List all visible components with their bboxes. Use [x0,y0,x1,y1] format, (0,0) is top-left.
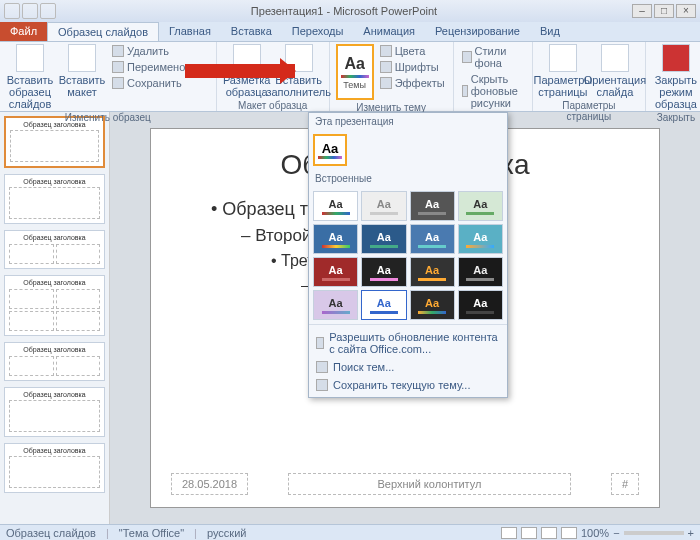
ribbon: Вставить образец слайдов Вставить макет … [0,42,700,112]
layout-thumbnail[interactable]: Образец заголовка [4,342,105,381]
delete-button[interactable]: Удалить [110,44,210,58]
theme-item[interactable]: Aa [361,290,406,320]
zoom-level[interactable]: 100% [581,527,609,539]
layout-thumbnail[interactable]: Образец заголовка [4,230,105,269]
tab-view[interactable]: Вид [530,22,570,41]
zoom-slider[interactable] [624,531,684,535]
maximize-button[interactable]: □ [654,4,674,18]
save-icon[interactable] [4,3,20,19]
slide-thumbnails-panel[interactable]: Образец заголовка Образец заголовка Обра… [0,112,110,524]
group-edit-theme: Aa Темы Цвета Шрифты Эффекты Изменить те… [330,42,454,111]
tab-home[interactable]: Главная [159,22,221,41]
layout-thumbnail[interactable]: Образец заголовка [4,443,105,493]
close-master-view-button[interactable]: Закрыть режим образца [652,44,700,110]
hide-bg-graphics-checkbox[interactable]: Скрыть фоновые рисунки [460,72,526,110]
theme-item[interactable]: Aa [410,224,455,254]
themes-aa-icon: Aa [344,55,364,73]
background-styles-button[interactable]: Стили фона [460,44,526,70]
undo-icon[interactable] [22,3,38,19]
reading-view-button[interactable] [541,527,557,539]
orientation-icon [601,44,629,72]
bg-styles-icon [462,51,472,63]
group-page-setup: Параметры страницы Ориентация слайда Пар… [533,42,646,111]
minimize-button[interactable]: – [632,4,652,18]
tab-file[interactable]: Файл [0,22,47,41]
tab-review[interactable]: Рецензирование [425,22,530,41]
browse-icon [316,361,328,373]
browse-themes-action[interactable]: Поиск тем... [312,358,504,376]
office-icon [316,337,324,349]
enable-office-content-action[interactable]: Разрешить обновление контента с сайта Of… [312,328,504,358]
group-close: Закрыть режим образца Закрыть [646,42,700,111]
sorter-view-button[interactable] [521,527,537,539]
status-bar: Образец слайдов| "Тема Office"| русский … [0,524,700,540]
slide-master-icon [16,44,44,72]
theme-item[interactable]: Aa [361,191,406,221]
delete-icon [112,45,124,57]
theme-item[interactable]: Aa [313,224,358,254]
theme-item[interactable]: Aa [313,290,358,320]
slide-number-placeholder[interactable]: # [611,473,639,495]
tab-insert[interactable]: Вставка [221,22,282,41]
zoom-in-button[interactable]: + [688,527,694,539]
theme-item[interactable]: Aa [458,290,503,320]
theme-item[interactable]: Aa [410,191,455,221]
layout-thumbnail[interactable]: Образец заголовка [4,275,105,336]
status-theme: "Тема Office" [119,527,184,539]
theme-item[interactable]: Aa [361,224,406,254]
close-button[interactable]: × [676,4,696,18]
colors-icon [380,45,392,57]
master-thumbnail[interactable]: Образец заголовка [4,116,105,168]
fonts-button[interactable]: Шрифты [378,60,447,74]
dropdown-section-current: Эта презентация [309,113,507,130]
themes-button[interactable]: Aa Темы [336,44,374,100]
title-bar: Презентация1 - Microsoft PowerPoint – □ … [0,0,700,22]
theme-item[interactable]: Aa [313,191,358,221]
theme-item[interactable]: Aa [458,257,503,287]
theme-item[interactable]: Aa [458,224,503,254]
slide-orientation-button[interactable]: Ориентация слайда [591,44,639,98]
effects-icon [380,77,392,89]
layout-thumbnail[interactable]: Образец заголовка [4,174,105,224]
close-master-icon [662,44,690,72]
group-background: Стили фона Скрыть фоновые рисунки Фон [454,42,533,111]
window-controls: – □ × [632,4,696,18]
fonts-icon [380,61,392,73]
layout-icon [68,44,96,72]
save-current-theme-action[interactable]: Сохранить текущую тему... [312,376,504,394]
theme-current[interactable]: Aa [313,134,347,166]
footer-placeholders: 28.05.2018 Верхний колонтитул # [171,473,639,495]
effects-button[interactable]: Эффекты [378,76,447,90]
colors-button[interactable]: Цвета [378,44,447,58]
status-view-mode: Образец слайдов [6,527,96,539]
rename-icon [112,61,124,73]
theme-item[interactable]: Aa [458,191,503,221]
zoom-out-button[interactable]: − [613,527,619,539]
theme-item[interactable]: Aa [410,257,455,287]
window-title: Презентация1 - Microsoft PowerPoint [56,5,632,17]
page-setup-icon [549,44,577,72]
themes-dropdown: Эта презентация Aa Встроенные Aa Aa Aa A… [308,112,508,398]
theme-item[interactable]: Aa [361,257,406,287]
theme-item[interactable]: Aa [313,257,358,287]
normal-view-button[interactable] [501,527,517,539]
save-theme-icon [316,379,328,391]
themes-color-bar [341,75,369,78]
footer-placeholder[interactable]: Верхний колонтитул [288,473,571,495]
page-setup-button[interactable]: Параметры страницы [539,44,587,98]
preserve-button[interactable]: Сохранить [110,76,210,90]
tab-slide-master[interactable]: Образец слайдов [47,22,159,41]
quick-access-toolbar [4,3,56,19]
tab-animation[interactable]: Анимация [353,22,425,41]
slideshow-view-button[interactable] [561,527,577,539]
layout-thumbnail[interactable]: Образец заголовка [4,387,105,437]
theme-item[interactable]: Aa [410,290,455,320]
redo-icon[interactable] [40,3,56,19]
date-placeholder[interactable]: 28.05.2018 [171,473,248,495]
status-language[interactable]: русский [207,527,246,539]
dropdown-section-builtin: Встроенные [309,170,507,187]
tab-transitions[interactable]: Переходы [282,22,354,41]
insert-slide-master-button[interactable]: Вставить образец слайдов [6,44,54,110]
insert-layout-button[interactable]: Вставить макет [58,44,106,110]
ribbon-tabs: Файл Образец слайдов Главная Вставка Пер… [0,22,700,42]
